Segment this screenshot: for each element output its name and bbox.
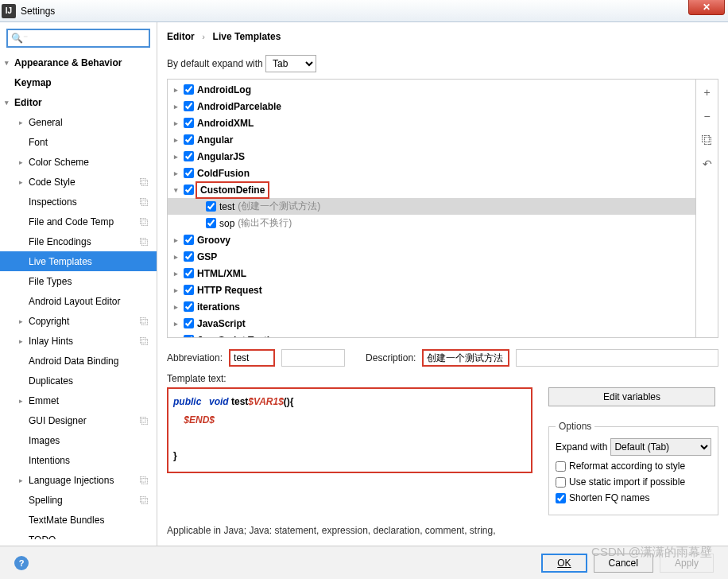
ok-button[interactable]: OK	[541, 554, 587, 573]
group-label: iterations	[197, 301, 240, 313]
static-import-checkbox[interactable]	[556, 477, 566, 488]
group-checkbox[interactable]	[184, 335, 194, 337]
sidebar-item-live-templates[interactable]: Live Templates	[0, 251, 157, 271]
group-checkbox[interactable]	[184, 151, 194, 161]
group-coldfusion[interactable]: ▸ColdFusion	[168, 165, 695, 181]
shorten-checkbox[interactable]	[556, 493, 566, 503]
var1: $VAR1$	[248, 396, 283, 407]
sidebar-item-inlay-hints[interactable]: ▸Inlay Hints⿻	[0, 331, 157, 351]
sidebar-item-file-encodings[interactable]: File Encodings⿻	[0, 231, 157, 251]
chevron-icon: ▸	[19, 337, 23, 345]
help-button[interactable]: ?	[14, 556, 29, 570]
sidebar-item-gui-designer[interactable]: GUI Designer⿻	[0, 410, 157, 430]
group-gsp[interactable]: ▸GSP	[168, 248, 695, 265]
reformat-checkbox[interactable]	[556, 461, 566, 472]
group-groovy[interactable]: ▸Groovy	[168, 231, 695, 248]
chevron-icon: ▾	[5, 59, 9, 67]
sidebar-item-label: Editor	[14, 97, 42, 108]
group-http-request[interactable]: ▸HTTP Request	[168, 282, 695, 298]
options-box: Options Expand with Default (Tab) Reform…	[548, 421, 718, 515]
sidebar-item-general[interactable]: ▸General	[0, 112, 157, 132]
abbreviation-input-ext[interactable]	[281, 349, 345, 367]
var-end: $END$	[184, 414, 215, 426]
group-androidlog[interactable]: ▸AndroidLog	[168, 81, 695, 98]
right-panel: Edit variables Options Expand with Defau…	[548, 387, 718, 515]
sidebar-item-intentions[interactable]: Intentions	[0, 450, 157, 470]
group-checkbox[interactable]	[184, 285, 194, 295]
sidebar-item-color-scheme[interactable]: ▸Color Scheme	[0, 152, 157, 172]
sidebar-item-label: File and Code Temp	[29, 216, 114, 227]
group-label: AndroidLog	[197, 84, 251, 95]
abbreviation-input[interactable]	[229, 349, 275, 367]
sidebar-item-file-types[interactable]: File Types	[0, 271, 157, 291]
template-test[interactable]: test(创建一个测试方法)	[168, 198, 695, 215]
scope-icon: ⿻	[140, 237, 149, 247]
chevron-icon: ▸	[174, 119, 178, 127]
scope-icon: ⿻	[140, 416, 149, 426]
group-checkbox[interactable]	[184, 168, 194, 178]
sidebar-item-file-and-code-temp[interactable]: File and Code Temp⿻	[0, 212, 157, 231]
chevron-icon: ▾	[174, 186, 178, 194]
sidebar-item-spelling[interactable]: Spelling⿻	[0, 490, 157, 510]
group-label: ColdFusion	[197, 168, 250, 179]
group-label: HTTP Request	[197, 285, 262, 296]
description-input[interactable]	[422, 349, 509, 367]
sidebar-item-todo[interactable]: TODO	[0, 530, 157, 539]
opt-expand-select[interactable]: Default (Tab)	[610, 438, 711, 456]
sidebar-item-android-data-binding[interactable]: Android Data Binding	[0, 351, 157, 371]
sidebar-item-appearance-behavior[interactable]: ▾Appearance & Behavior	[0, 52, 157, 72]
sidebar-item-editor[interactable]: ▾Editor	[0, 92, 157, 112]
sidebar-item-label: Appearance & Behavior	[14, 57, 122, 68]
group-customdefine[interactable]: ▾CustomDefine	[168, 181, 695, 198]
close-button[interactable]: ✕	[688, 0, 725, 15]
breadcrumb: Editor › Live Templates	[167, 30, 718, 42]
group-javascript-testing[interactable]: ▸JavaScript Testing	[168, 332, 695, 337]
copy-icon[interactable]: ⿻	[702, 134, 713, 146]
template-checkbox[interactable]	[206, 201, 216, 212]
group-checkbox[interactable]	[184, 185, 194, 195]
sidebar-item-language-injections[interactable]: ▸Language Injections⿻	[0, 470, 157, 490]
sidebar-item-images[interactable]: Images	[0, 430, 157, 450]
chevron-icon: ▸	[174, 136, 178, 144]
sidebar-item-inspections[interactable]: Inspections⿻	[0, 192, 157, 212]
group-angular[interactable]: ▸Angular	[168, 131, 695, 148]
group-angularjs[interactable]: ▸AngularJS	[168, 148, 695, 165]
group-checkbox[interactable]	[184, 268, 194, 278]
scope-icon: ⿻	[140, 217, 149, 227]
group-androidxml[interactable]: ▸AndroidXML	[168, 115, 695, 131]
group-html-xml[interactable]: ▸HTML/XML	[168, 265, 695, 282]
template-checkbox[interactable]	[206, 218, 216, 228]
search-input[interactable]: 🔍⁻	[6, 29, 150, 48]
undo-icon[interactable]: ↶	[703, 157, 712, 170]
remove-icon[interactable]: −	[703, 110, 710, 122]
description-input-ext[interactable]	[516, 349, 718, 367]
template-editor[interactable]: public void test$VAR1$(){ $END$ }	[167, 387, 532, 473]
group-checkbox[interactable]	[184, 101, 194, 111]
sidebar-item-font[interactable]: Font	[0, 132, 157, 152]
sidebar-item-keymap[interactable]: Keymap	[0, 72, 157, 92]
cancel-button[interactable]: Cancel	[594, 554, 653, 573]
group-iterations[interactable]: ▸iterations	[168, 298, 695, 315]
group-checkbox[interactable]	[184, 301, 194, 312]
sidebar-item-code-style[interactable]: ▸Code Style⿻	[0, 172, 157, 192]
add-icon[interactable]: +	[703, 86, 710, 99]
template-sop[interactable]: sop(输出不换行)	[168, 215, 695, 231]
group-checkbox[interactable]	[184, 134, 194, 145]
sidebar-item-textmate-bundles[interactable]: TextMate Bundles	[0, 510, 157, 530]
sidebar-item-emmet[interactable]: ▸Emmet	[0, 391, 157, 410]
sidebar-item-android-layout-editor[interactable]: Android Layout Editor	[0, 291, 157, 311]
group-checkbox[interactable]	[184, 318, 194, 328]
group-checkbox[interactable]	[184, 118, 194, 128]
group-checkbox[interactable]	[184, 251, 194, 262]
template-list[interactable]: ▸AndroidLog▸AndroidParcelable▸AndroidXML…	[168, 80, 695, 337]
sidebar-item-label: Spelling	[29, 495, 63, 506]
group-checkbox[interactable]	[184, 84, 194, 95]
group-androidparcelable[interactable]: ▸AndroidParcelable	[168, 98, 695, 115]
group-checkbox[interactable]	[184, 235, 194, 245]
sidebar-item-label: File Encodings	[29, 236, 91, 247]
expand-select[interactable]: Tab	[265, 55, 316, 72]
sidebar-item-duplicates[interactable]: Duplicates	[0, 371, 157, 391]
edit-variables-button[interactable]: Edit variables	[548, 387, 715, 406]
sidebar-item-copyright[interactable]: ▸Copyright⿻	[0, 311, 157, 331]
group-javascript[interactable]: ▸JavaScript	[168, 315, 695, 332]
